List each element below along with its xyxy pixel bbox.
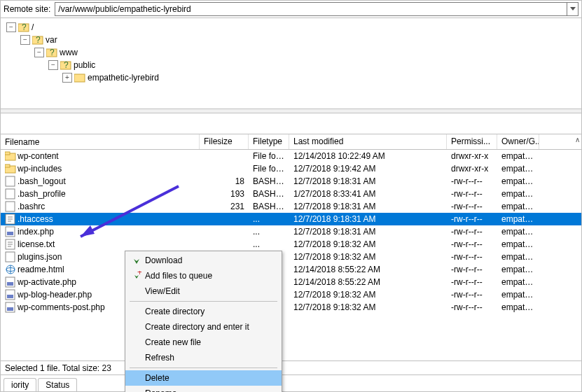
file-name: .bash_profile: [18, 189, 66, 199]
cell-owner: empathe...: [497, 252, 539, 262]
tree-leaf[interactable]: + empathetic-lyrebird: [5, 71, 577, 84]
table-row[interactable]: .bash_logout18BASH_L...12/7/2018 9:18:31…: [1, 175, 581, 188]
cell-modified: 1/27/2018 8:33:41 AM: [289, 189, 447, 199]
file-icon: [5, 302, 16, 313]
cell-type: ...: [249, 214, 289, 224]
table-row[interactable]: wp-blog-header.php...12/7/2018 9:18:32 A…: [1, 288, 581, 301]
bottom-tabs: iority Status: [1, 374, 581, 391]
tab-priority[interactable]: iority: [4, 378, 36, 391]
remote-pane: Remote site: − ? / − ? var − ? www − ? p…: [0, 0, 582, 392]
table-row[interactable]: license.txt...12/7/2018 9:18:32 AM-rw-r-…: [1, 238, 581, 251]
cell-name: .bash_logout: [1, 176, 200, 187]
cell-permissions: -rw-r--r--: [447, 290, 497, 300]
menu-create-directory-enter[interactable]: Create directory and enter it: [125, 319, 282, 335]
table-row[interactable]: wp-contentFile folder12/14/2018 10:22:49…: [1, 150, 581, 162]
cell-size: 193: [200, 189, 249, 199]
path-row: Remote site:: [1, 1, 581, 18]
collapse-icon[interactable]: −: [34, 48, 44, 57]
remote-site-label: Remote site:: [4, 4, 50, 14]
menu-create-directory[interactable]: Create directory: [125, 304, 282, 319]
menu-rename[interactable]: Rename: [125, 386, 282, 392]
menu-label: Create new file: [145, 337, 201, 347]
tree-label: /: [32, 22, 34, 32]
cell-owner: empathe...: [497, 214, 539, 224]
cell-modified: 12/7/2018 9:19:42 AM: [289, 164, 447, 174]
menu-view-edit[interactable]: View/Edit: [125, 284, 282, 299]
menu-refresh[interactable]: Refresh: [125, 350, 282, 365]
menu-label: Add files to queue: [145, 271, 212, 281]
table-row[interactable]: wp-activate.php...12/14/2018 8:55:22 AM-…: [1, 276, 581, 288]
cell-permissions: -rw-r--r--: [447, 302, 497, 312]
menu-add-queue[interactable]: + Add files to queue: [125, 268, 282, 284]
col-owner[interactable]: Owner/G...: [497, 134, 539, 149]
folder-unknown-icon: ?: [46, 47, 57, 58]
menu-separator: [130, 301, 277, 302]
file-name: license.txt: [18, 239, 55, 249]
collapse-icon[interactable]: −: [6, 22, 16, 32]
context-menu: Download + Add files to queue View/Edit …: [125, 251, 282, 392]
cell-permissions: -rw-r--r--: [447, 189, 497, 199]
cell-modified: 12/14/2018 10:22:49 AM: [289, 151, 447, 161]
menu-create-file[interactable]: Create new file: [125, 335, 282, 350]
file-header: Filename Filesize Filetype Last modified…: [1, 134, 581, 150]
file-name: readme.html: [18, 265, 64, 274]
file-name: wp-includes: [18, 164, 62, 174]
svg-text:?: ?: [36, 35, 41, 45]
cell-permissions: -rw-r--r--: [447, 227, 497, 237]
tree-label: www: [60, 48, 78, 57]
cell-owner: empathe...: [497, 164, 539, 174]
directory-tree[interactable]: − ? / − ? var − ? www − ? public + empat…: [1, 18, 581, 109]
collapse-icon[interactable]: −: [48, 60, 58, 70]
file-icon: [5, 289, 16, 300]
tree-var[interactable]: − ? var: [5, 34, 577, 46]
table-row[interactable]: index.php...12/7/2018 9:18:31 AM-rw-r--r…: [1, 225, 581, 238]
cell-modified: 12/7/2018 9:18:32 AM: [289, 252, 447, 262]
tree-www[interactable]: − ? www: [5, 46, 577, 59]
path-dropdown-button[interactable]: [567, 2, 578, 16]
menu-download[interactable]: Download: [125, 253, 282, 268]
svg-rect-27: [6, 252, 15, 262]
table-row[interactable]: .bashrc231BASHRC...12/7/2018 9:18:31 AM-…: [1, 200, 581, 213]
col-filetype[interactable]: Filetype: [249, 134, 289, 149]
file-name: wp-content: [18, 151, 59, 161]
table-row[interactable]: .bash_profile193BASH_P...1/27/2018 8:33:…: [1, 188, 581, 200]
collapse-icon[interactable]: −: [20, 35, 30, 45]
tree-label: empathetic-lyrebird: [88, 73, 159, 83]
table-row[interactable]: wp-comments-post.php...12/7/2018 9:18:32…: [1, 301, 581, 314]
file-name: index.php: [18, 227, 54, 237]
menu-delete[interactable]: Delete: [125, 370, 282, 386]
file-icon: [5, 163, 16, 174]
menu-label: Create directory and enter it: [145, 322, 249, 332]
status-text: Selected 1 file. Total size: 23: [5, 363, 111, 373]
cell-name: license.txt: [1, 239, 200, 250]
scroll-up-icon[interactable]: ∧: [575, 136, 580, 144]
file-icon: [5, 251, 16, 262]
file-name: .bash_logout: [18, 176, 66, 186]
table-row[interactable]: plugins.json...12/7/2018 9:18:32 AM-rw-r…: [1, 251, 581, 263]
expand-icon[interactable]: +: [62, 73, 72, 83]
svg-text:?: ?: [50, 48, 55, 57]
chevron-down-icon: [570, 7, 576, 11]
cell-permissions: -rw-r--r--: [447, 252, 497, 262]
col-filename[interactable]: Filename: [1, 134, 200, 149]
cell-name: wp-includes: [1, 163, 200, 174]
col-modified[interactable]: Last modified: [289, 134, 447, 149]
cell-size: 231: [200, 202, 249, 211]
tree-public[interactable]: − ? public: [5, 59, 577, 71]
table-row[interactable]: wp-includesFile folder12/7/2018 9:19:42 …: [1, 162, 581, 175]
svg-rect-9: [74, 74, 85, 82]
cell-owner: empathe...: [497, 290, 539, 300]
cell-type: ...: [249, 227, 289, 237]
cell-modified: 12/14/2018 8:55:22 AM: [289, 277, 447, 287]
tree-root[interactable]: − ? /: [5, 21, 577, 34]
col-permissions[interactable]: Permissi...: [447, 134, 497, 149]
remote-path-input[interactable]: [55, 2, 567, 16]
cell-permissions: -rw-r--r--: [447, 214, 497, 224]
svg-text:+: +: [137, 271, 141, 277]
table-row[interactable]: .htaccess...12/7/2018 9:18:31 AM-rw-r--r…: [1, 213, 581, 225]
file-list-body[interactable]: wp-contentFile folder12/14/2018 10:22:49…: [1, 150, 581, 360]
tab-status[interactable]: Status: [38, 378, 77, 391]
col-filesize[interactable]: Filesize: [200, 134, 249, 149]
file-name: wp-blog-header.php: [18, 290, 92, 300]
table-row[interactable]: readme.html...12/14/2018 8:55:22 AM-rw-r…: [1, 263, 581, 276]
